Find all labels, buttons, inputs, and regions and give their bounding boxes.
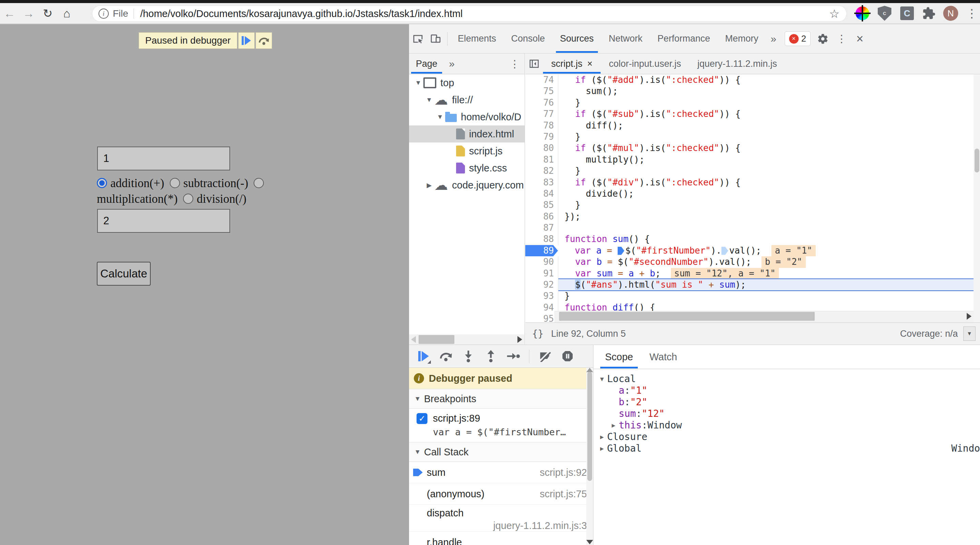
triangle-right-icon[interactable]: ▶ <box>597 443 607 454</box>
line-number[interactable]: 78 <box>525 120 558 131</box>
line-number[interactable]: 94 <box>525 302 558 313</box>
breakpoint-gutter-marker[interactable]: 89 <box>525 245 558 256</box>
tab-page[interactable]: Page <box>409 54 444 74</box>
tab-network[interactable]: Network <box>601 25 650 53</box>
tree-item-top[interactable]: ▼top <box>409 74 525 91</box>
triangle-right-icon[interactable]: ▶ <box>424 181 434 189</box>
callstack-frame-rhandle[interactable]: r.handle <box>409 532 593 545</box>
devtools-close-icon[interactable]: × <box>851 32 868 46</box>
line-number[interactable]: 77 <box>525 108 558 120</box>
extensions-puzzle-icon[interactable] <box>920 5 937 22</box>
triangle-right-icon[interactable]: ▶ <box>608 419 619 431</box>
radio-multiplication[interactable] <box>254 178 264 188</box>
home-icon[interactable]: ⌂ <box>57 7 76 20</box>
adblock-extension-icon[interactable]: C <box>876 5 893 22</box>
page-info-icon[interactable]: i <box>99 8 109 19</box>
breakpoint-checkbox[interactable]: ✓ <box>417 413 428 424</box>
tree-item-indexhtml[interactable]: index.html <box>409 126 525 143</box>
tab-performance[interactable]: Performance <box>650 25 718 53</box>
tab-memory[interactable]: Memory <box>718 25 766 53</box>
step-into-button[interactable] <box>459 347 478 365</box>
line-number[interactable]: 95 <box>525 313 558 323</box>
navigator-menu-icon[interactable]: ⋮ <box>505 58 525 70</box>
tab-elements[interactable]: Elements <box>450 25 504 53</box>
line-number[interactable]: 85 <box>525 199 558 211</box>
radio-subtraction[interactable] <box>170 178 180 188</box>
line-number[interactable]: 90 <box>525 256 558 268</box>
line-number[interactable]: 91 <box>525 268 558 279</box>
deactivate-breakpoints-button[interactable] <box>536 347 555 365</box>
navigator-hscrollbar[interactable] <box>409 334 524 345</box>
line-number[interactable]: 81 <box>525 154 558 165</box>
code-vscrollbar[interactable] <box>974 74 980 323</box>
line-number[interactable]: 80 <box>525 143 558 154</box>
line-number[interactable]: 74 <box>525 74 558 86</box>
second-number-input[interactable]: 2 <box>97 209 230 233</box>
line-number[interactable]: 75 <box>525 86 558 97</box>
close-tab-icon[interactable]: × <box>587 59 593 69</box>
address-bar[interactable]: i File /home/volko/Documents/kosarajunav… <box>92 5 847 22</box>
scope-row-a[interactable]: a: "1" <box>593 385 980 396</box>
radio-addition[interactable] <box>97 178 107 188</box>
line-number[interactable]: 84 <box>525 188 558 199</box>
callstack-frame-dispatch[interactable]: dispatchjquery-1.11.2.min.js:3 <box>409 505 593 532</box>
scope-row-b[interactable]: b: "2" <box>593 396 980 408</box>
c-extension-icon[interactable]: C <box>899 5 916 22</box>
line-number[interactable]: 83 <box>525 177 558 188</box>
line-number[interactable]: 93 <box>525 291 558 302</box>
back-icon[interactable]: ← <box>0 7 19 20</box>
file-tab-scriptjs[interactable]: script.js × <box>543 54 601 74</box>
execution-marker-icon[interactable] <box>721 247 728 255</box>
resume-script-button[interactable] <box>238 32 255 49</box>
triangle-down-icon[interactable]: ▼ <box>597 373 607 385</box>
code-viewer[interactable]: 74 if ($("#add").is(":checked")) {75 sum… <box>525 74 974 323</box>
scope-row-sum[interactable]: sum: "12" <box>593 408 980 419</box>
step-over-button[interactable] <box>436 347 455 365</box>
triangle-down-icon[interactable]: ▼ <box>435 113 445 121</box>
forward-icon[interactable]: → <box>19 7 38 20</box>
step-button[interactable] <box>504 347 523 365</box>
coverage-dropdown-icon[interactable]: ▼ <box>963 327 975 341</box>
tab-console[interactable]: Console <box>504 25 552 53</box>
execution-marker-icon[interactable] <box>618 247 624 255</box>
breakpoints-section-header[interactable]: ▼ Breakpoints <box>409 389 593 409</box>
step-out-button[interactable] <box>481 347 500 365</box>
triangle-down-icon[interactable]: ▼ <box>413 79 423 87</box>
browser-menu-icon[interactable]: ⋮ <box>963 5 980 22</box>
tab-scope[interactable]: Scope <box>597 346 641 369</box>
tree-item-codejquerycom[interactable]: ▶☁code.jquery.com <box>409 176 525 194</box>
radio-division[interactable] <box>183 194 193 204</box>
pretty-print-icon[interactable]: {} <box>532 328 544 340</box>
callstack-frame-anonymous[interactable]: (anonymous)script.js:75 <box>409 483 593 505</box>
line-number[interactable]: 88 <box>525 234 558 245</box>
scope-row-closure[interactable]: ▶Closure <box>593 431 980 443</box>
line-number[interactable]: 82 <box>525 165 558 176</box>
line-number[interactable]: 92 <box>525 279 558 291</box>
url-text[interactable]: /home/volko/Documents/kosarajunavya.gith… <box>140 8 822 19</box>
profile-avatar[interactable]: N <box>942 5 959 22</box>
line-number[interactable]: 87 <box>525 222 558 234</box>
first-number-input[interactable]: 1 <box>97 146 230 170</box>
bookmark-star-icon[interactable]: ☆ <box>829 7 840 21</box>
devtools-menu-icon[interactable]: ⋮ <box>832 33 851 44</box>
file-tab-colorinputuserjs[interactable]: color-input.user.js <box>601 54 689 74</box>
code-hscrollbar[interactable] <box>554 311 974 323</box>
sidebar-vscrollbar[interactable] <box>586 368 593 545</box>
tree-item-stylecss[interactable]: style.css <box>409 159 525 176</box>
triangle-right-icon[interactable]: ▶ <box>597 431 607 443</box>
device-toolbar-icon[interactable] <box>427 30 444 48</box>
tree-item-file[interactable]: ▼☁file:// <box>409 91 525 108</box>
resume-button[interactable] <box>414 347 433 365</box>
step-over-banner-button[interactable] <box>256 32 272 49</box>
inspect-element-icon[interactable] <box>409 30 427 48</box>
scope-row-local[interactable]: ▼Local <box>593 373 980 385</box>
scope-row-this[interactable]: ▶this: Window <box>593 419 980 431</box>
devtools-settings-icon[interactable] <box>814 30 832 48</box>
callstack-frame-sum[interactable]: sumscript.js:92 <box>409 462 593 483</box>
line-number[interactable]: 86 <box>525 211 558 222</box>
tab-sources[interactable]: Sources <box>552 25 601 53</box>
tree-item-homevolkoD[interactable]: ▼home/volko/D <box>409 108 525 126</box>
colorpicker-extension-icon[interactable] <box>854 5 871 22</box>
scope-row-global[interactable]: ▶GlobalWindow <box>593 443 980 454</box>
calculate-button[interactable]: Calculate <box>97 262 151 286</box>
